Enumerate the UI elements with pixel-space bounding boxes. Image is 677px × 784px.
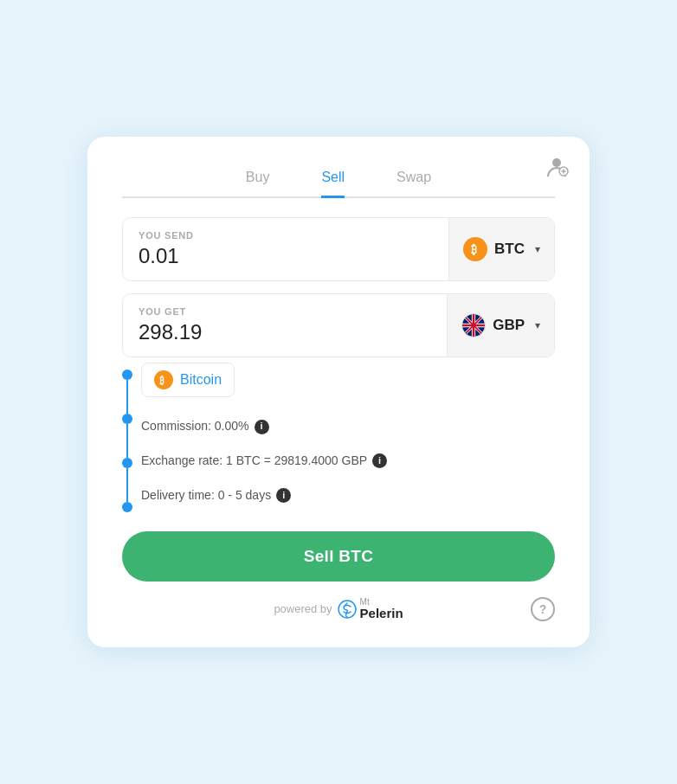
send-chevron-icon: ▾	[535, 243, 540, 255]
send-value[interactable]: 0.01	[139, 244, 433, 268]
get-label: YOU GET	[139, 306, 431, 317]
exchange-rate-info-icon[interactable]: i	[372, 453, 387, 468]
you-send-row: YOU SEND 0.01 ₿ BTC ▾	[122, 217, 555, 281]
info-section: ₿ Bitcoin Commission: 0.00% i Exchange r…	[122, 363, 555, 512]
pelerin-logo-icon	[338, 600, 357, 619]
sell-button[interactable]: Sell BTC	[122, 531, 555, 582]
timeline-line-2	[126, 424, 128, 458]
btc-icon: ₿	[463, 237, 487, 261]
timeline-dot-2	[122, 414, 132, 424]
pelerin-brand: Pelerin	[360, 607, 403, 621]
you-get-row: YOU GET 298.19 GBP ▾	[122, 293, 555, 357]
gbp-flag-icon	[461, 313, 486, 337]
get-currency-select[interactable]: GBP ▾	[447, 294, 554, 357]
send-input-area: YOU SEND 0.01	[123, 218, 448, 280]
get-currency-label: GBP	[493, 317, 525, 334]
get-chevron-icon: ▾	[535, 319, 540, 331]
commission-row: Commission: 0.00% i	[141, 409, 555, 444]
input-section: YOU SEND 0.01 ₿ BTC ▾ YOU GET 298.19	[122, 217, 555, 357]
bitcoin-label: Bitcoin	[180, 372, 222, 388]
bitcoin-suggestion[interactable]: ₿ Bitcoin	[141, 363, 235, 397]
footer: powered by Mt Pelerin ?	[122, 597, 555, 621]
delivery-time-text: Delivery time: 0 - 5 days	[141, 487, 271, 504]
timeline-dot-4	[122, 502, 132, 512]
commission-info-icon[interactable]: i	[255, 420, 269, 434]
send-currency-select[interactable]: ₿ BTC ▾	[448, 218, 554, 280]
commission-text: Commission: 0.00%	[141, 418, 249, 435]
info-content: ₿ Bitcoin Commission: 0.00% i Exchange r…	[141, 363, 555, 512]
timeline-line-3	[126, 468, 128, 502]
powered-by-text: powered by	[274, 602, 332, 615]
svg-text:₿: ₿	[159, 376, 164, 386]
pelerin-logo[interactable]: Mt Pelerin	[338, 597, 403, 621]
send-currency-label: BTC	[494, 241, 525, 258]
exchange-rate-row: Exchange rate: 1 BTC = 29819.4000 GBP i	[141, 444, 555, 479]
get-input-area: YOU GET 298.19	[123, 294, 447, 357]
get-value: 298.19	[139, 320, 431, 344]
timeline-dot-3	[122, 458, 132, 468]
tab-buy[interactable]: Buy	[246, 163, 270, 198]
tab-swap[interactable]: Swap	[397, 163, 431, 198]
tab-sell[interactable]: Sell	[321, 163, 345, 198]
timeline-line-1	[126, 380, 128, 414]
delivery-time-row: Delivery time: 0 - 5 days i	[141, 479, 555, 513]
delivery-time-info-icon[interactable]: i	[276, 488, 291, 503]
help-button[interactable]: ?	[531, 597, 555, 621]
exchange-rate-text: Exchange rate: 1 BTC = 29819.4000 GBP	[141, 453, 367, 470]
send-label: YOU SEND	[139, 230, 433, 241]
btc-small-icon: ₿	[154, 370, 173, 389]
tabs: Buy Sell Swap	[122, 163, 555, 198]
timeline-dot-1	[122, 370, 132, 380]
main-card: Buy Sell Swap YOU SEND 0.01 ₿ BTC ▾	[87, 137, 590, 646]
timeline	[122, 363, 132, 512]
svg-text:₿: ₿	[471, 243, 477, 256]
